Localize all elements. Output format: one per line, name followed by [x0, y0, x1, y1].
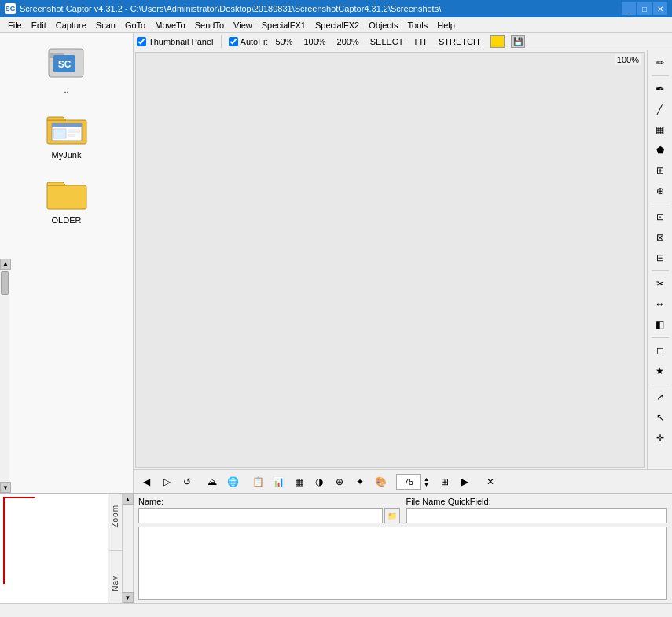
- rect-button[interactable]: ▦: [651, 120, 670, 139]
- menu-scan[interactable]: Scan: [91, 19, 120, 31]
- tool-add[interactable]: ⊕: [330, 473, 349, 490]
- zoom-indicator: 100%: [615, 54, 641, 65]
- menu-moveto[interactable]: MoveTo: [150, 19, 190, 31]
- stretch-button[interactable]: STRETCH: [435, 36, 483, 47]
- scroll-thumb[interactable]: [1, 271, 9, 295]
- scroll-down-arrow[interactable]: ▼: [0, 482, 11, 493]
- tool-next[interactable]: ▷: [157, 473, 176, 490]
- pointer-button[interactable]: ↖: [651, 408, 670, 427]
- menu-specialfx1[interactable]: SpecialFX1: [257, 19, 310, 31]
- tool-chart[interactable]: 📊: [269, 473, 288, 490]
- tool-remove[interactable]: ✕: [481, 473, 500, 490]
- nav-labels: Zoom Nav.: [108, 494, 122, 603]
- menu-sendto[interactable]: SendTo: [190, 19, 229, 31]
- grid-button[interactable]: ⊞: [651, 161, 670, 180]
- line-button[interactable]: ╱: [651, 100, 670, 119]
- shape-button[interactable]: ⬟: [651, 141, 670, 160]
- tool-image[interactable]: ⛰: [203, 473, 222, 490]
- side-toolbar: ✏ ✒ ╱ ▦ ⬟ ⊞ ⊕ ⊡ ⊠ ⊟ ✂ ↔ ◧ ◻ ★ ↗: [647, 50, 672, 469]
- color-swatch[interactable]: [490, 35, 505, 48]
- save-icon[interactable]: 💾: [511, 35, 525, 48]
- tool-star[interactable]: ✦: [351, 473, 369, 490]
- menu-objects[interactable]: Objects: [364, 19, 402, 31]
- menu-capture[interactable]: Capture: [51, 19, 91, 31]
- tool-rotate[interactable]: ↺: [178, 473, 196, 490]
- nav-scroll-down[interactable]: ▼: [123, 592, 134, 603]
- svg-rect-6: [53, 129, 66, 138]
- close-button[interactable]: ✕: [653, 2, 667, 15]
- zoom-up-arrow[interactable]: ▲: [424, 476, 429, 482]
- thumbnail-panel-toggle[interactable]: [137, 37, 146, 46]
- pencil-button[interactable]: ✒: [651, 79, 670, 98]
- side-sep: [652, 337, 669, 338]
- side-sep: [652, 204, 669, 204]
- zoom-200-button[interactable]: 200%: [334, 36, 362, 47]
- status-bar: [0, 603, 672, 617]
- arrow-button[interactable]: ↗: [651, 387, 670, 406]
- quickfield-group: File Name QuickField:: [406, 497, 668, 523]
- select-button[interactable]: SELECT: [367, 36, 407, 47]
- quickfield-label: File Name QuickField:: [406, 497, 668, 506]
- bottom-toolbar: ◀ ▷ ↺ ⛰ 🌐 📋 📊 ▦ ◑ ⊕ ✦ 🎨 ▲ ▼ ⊞ ▶ ✕: [134, 469, 672, 493]
- maximize-button[interactable]: □: [637, 2, 652, 15]
- menu-edit[interactable]: Edit: [27, 19, 51, 31]
- list-item[interactable]: MyJunk: [20, 105, 114, 162]
- menu-file[interactable]: File: [3, 19, 27, 31]
- resize-button[interactable]: ↔: [651, 295, 670, 314]
- crop-button[interactable]: ✂: [651, 274, 670, 293]
- select-ellipse-button[interactable]: ⊠: [651, 228, 670, 247]
- nav-red-line-v: [3, 497, 5, 584]
- tool-grid[interactable]: ▦: [289, 473, 308, 490]
- tool-color[interactable]: 🎨: [371, 473, 390, 490]
- zoom-input[interactable]: [396, 474, 421, 490]
- crosshair-button[interactable]: ⊕: [651, 182, 670, 200]
- name-label: Name:: [138, 497, 400, 506]
- tool-mode[interactable]: ⊞: [435, 473, 454, 490]
- zoom-100-button[interactable]: 100%: [300, 36, 329, 47]
- thumbnail-panel-checkbox[interactable]: Thumbnail Panel: [137, 37, 214, 46]
- autofit-toggle[interactable]: [229, 37, 238, 46]
- fields-section: Name: 📁 File Name QuickField:: [134, 494, 672, 603]
- list-item[interactable]: OLDER: [20, 170, 114, 227]
- list-item[interactable]: SC ..: [20, 39, 114, 97]
- menu-specialfx2[interactable]: SpecialFX2: [310, 19, 364, 31]
- title-bar-text: Screenshot Captor v4.31.2 - C:\Users\Adm…: [20, 4, 441, 13]
- tool-half[interactable]: ◑: [310, 473, 329, 490]
- select-rect-button[interactable]: ⊡: [651, 208, 670, 226]
- file-icon-myjunk: [43, 107, 90, 148]
- fit-button[interactable]: FIT: [412, 36, 431, 47]
- stamp-button[interactable]: ★: [651, 362, 670, 380]
- nav-label: Nav.: [111, 573, 119, 592]
- svg-rect-5: [52, 123, 82, 127]
- nav-scroll-up[interactable]: ▲: [123, 494, 134, 505]
- fill-button[interactable]: ◻: [651, 341, 670, 360]
- menu-tools[interactable]: Tools: [403, 19, 433, 31]
- split-button[interactable]: ◧: [651, 315, 670, 334]
- tool-web[interactable]: 🌐: [223, 473, 242, 490]
- canvas-inner: [136, 53, 644, 467]
- file-label: ..: [64, 85, 68, 94]
- autofit-checkbox[interactable]: AutoFit: [229, 37, 268, 46]
- notes-textarea[interactable]: [138, 527, 667, 600]
- menu-goto[interactable]: GoTo: [120, 19, 150, 31]
- menu-help[interactable]: Help: [432, 19, 460, 31]
- tool-clipboard[interactable]: 📋: [248, 473, 267, 490]
- app-icon: SC: [5, 3, 16, 14]
- color-picker-button[interactable]: ✏: [651, 53, 670, 72]
- tool-prev[interactable]: ◀: [137, 473, 156, 490]
- zoom-50-button[interactable]: 50%: [272, 36, 296, 47]
- scroll-up-arrow[interactable]: ▲: [0, 259, 11, 270]
- minimize-button[interactable]: _: [622, 2, 636, 15]
- name-input[interactable]: [138, 508, 383, 523]
- side-sep: [652, 75, 669, 76]
- select-custom-button[interactable]: ⊟: [651, 248, 670, 267]
- tool-cursor[interactable]: ▶: [456, 473, 475, 490]
- thumbnail-toolbar: Thumbnail Panel AutoFit 50% 100% 200% SE…: [134, 33, 672, 50]
- name-browse-button[interactable]: 📁: [384, 508, 400, 523]
- menu-bar: File Edit Capture Scan GoTo MoveTo SendT…: [0, 17, 672, 33]
- crosshair2-button[interactable]: ✛: [651, 428, 670, 447]
- quickfield-input[interactable]: [406, 508, 668, 523]
- thumbnail-panel-label: Thumbnail Panel: [149, 37, 214, 46]
- zoom-down-arrow[interactable]: ▼: [424, 482, 429, 487]
- menu-view[interactable]: View: [229, 19, 257, 31]
